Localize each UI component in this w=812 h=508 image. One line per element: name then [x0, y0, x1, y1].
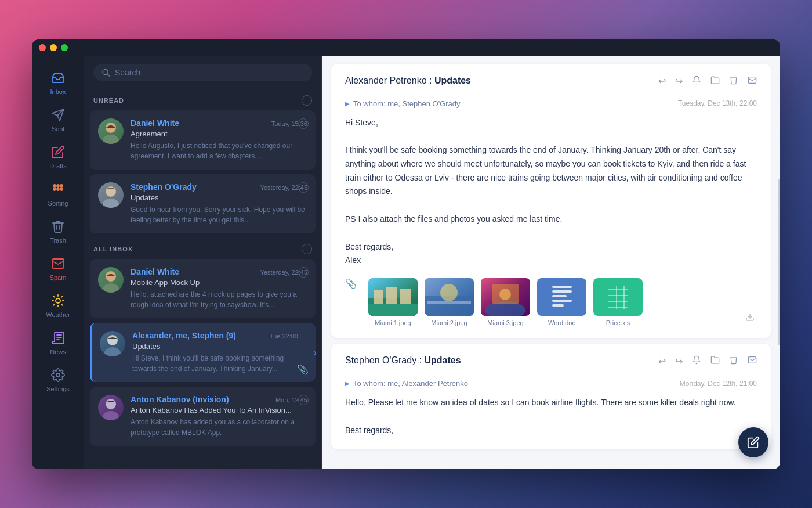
email-top-3: Daniel White Yesterday, 22:45	[130, 267, 307, 276]
forward-button[interactable]: ↪	[675, 75, 683, 87]
message-card-1: Alexander Petrenko : Updates ↩ ↪	[331, 64, 771, 338]
svg-rect-60	[604, 281, 633, 313]
delete-button[interactable]	[729, 75, 738, 87]
sidebar-item-sent[interactable]: Sent	[32, 101, 84, 138]
attachment-thumb	[537, 278, 586, 316]
compose-button[interactable]	[738, 427, 768, 457]
email-check[interactable]	[298, 267, 309, 278]
email-card-unread-1[interactable]: Daniel White Today, 15:36 Agreement Hell…	[90, 110, 316, 170]
email-card-inbox-1[interactable]: Daniel White Yesterday, 22:45 Mobile App…	[90, 259, 316, 318]
email-preview: Hi Steve, I think you'll be safe booking…	[132, 353, 298, 374]
notification-button[interactable]	[692, 75, 701, 87]
search-input[interactable]	[115, 68, 304, 77]
sidebar-item-sorting[interactable]: Sorting	[32, 175, 84, 212]
folder-button[interactable]	[710, 75, 720, 87]
minimize-button[interactable]	[50, 44, 57, 51]
inbox-icon	[50, 70, 66, 86]
svg-rect-49	[427, 301, 471, 304]
attachment-miami2[interactable]: Miami 2.jpeg	[425, 278, 474, 326]
scrollbar-thumb	[778, 179, 780, 345]
svg-point-48	[440, 284, 458, 301]
email-top-1: Daniel White Today, 15:36	[130, 118, 307, 128]
email-top-4: Alexander, me, Stephen (9) Tue 22:00	[132, 331, 298, 340]
email-check[interactable]	[298, 395, 309, 405]
search-icon	[102, 68, 110, 77]
sidebar: Inbox Sent Drafts	[32, 56, 84, 469]
search-input-wrap[interactable]	[93, 64, 312, 81]
sidebar-item-spam[interactable]: Spam	[32, 250, 84, 287]
sidebar-item-settings[interactable]: Settings	[32, 361, 84, 398]
news-icon	[50, 330, 66, 346]
email-top-2: Stephen O'Grady Yesterday, 22:45	[130, 182, 307, 192]
svg-point-2	[53, 185, 56, 187]
delete-button-2[interactable]	[729, 355, 738, 367]
word-icon	[548, 281, 577, 313]
excel-icon	[604, 281, 633, 313]
all-inbox-circle	[302, 244, 312, 254]
email-body-4: Alexander, me, Stephen (9) Tue 22:00 Upd…	[132, 331, 298, 374]
sidebar-item-trash[interactable]: Trash	[32, 212, 84, 250]
reply-button-2[interactable]: ↩	[658, 356, 666, 367]
email-check[interactable]	[298, 118, 309, 129]
email-card-inbox-2[interactable]: Alexander, me, Stephen (9) Tue 22:00 Upd…	[90, 323, 316, 382]
detail-panel: Alexander Petrenko : Updates ↩ ↪	[322, 56, 780, 469]
avatar-anton	[98, 395, 124, 420]
more-button[interactable]	[748, 75, 757, 87]
attachment-miami1[interactable]: Miami 1.jpeg	[368, 278, 418, 326]
maximize-button[interactable]	[61, 44, 68, 51]
attachment-word[interactable]: Word.doc	[537, 278, 586, 326]
attachments-row: Miami 1.jpeg	[368, 278, 643, 326]
svg-point-28	[103, 199, 119, 208]
folder-button-2[interactable]	[710, 355, 720, 367]
attachment-name: Miami 3.jpeg	[487, 319, 523, 326]
more-button-2[interactable]	[748, 355, 757, 367]
avatar-stephen	[98, 182, 124, 208]
download-button[interactable]	[745, 312, 755, 324]
weather-icon	[50, 293, 66, 309]
email-sender: Stephen O'Grady	[130, 182, 197, 192]
all-inbox-label: ALL INBOX	[93, 246, 133, 253]
sidebar-item-drafts[interactable]: Drafts	[32, 138, 84, 175]
svg-rect-58	[552, 300, 572, 302]
email-time: Tue 22:00	[270, 333, 298, 340]
sidebar-item-label: Trash	[50, 237, 66, 244]
email-body-2: Stephen O'Grady Yesterday, 22:45 Updates…	[130, 182, 307, 225]
email-card-inbox-3[interactable]: Anton Kabanov (Invision) Mon, 12:45 Anto…	[90, 387, 316, 446]
email-body-1: Daniel White Today, 15:36 Agreement Hell…	[130, 118, 307, 161]
forward-button-2[interactable]: ↪	[675, 356, 683, 367]
svg-point-31	[103, 283, 119, 293]
svg-point-4	[60, 185, 63, 187]
sidebar-item-label: Drafts	[49, 163, 66, 170]
sidebar-item-label: Sent	[52, 125, 65, 132]
email-sender: Daniel White	[130, 118, 179, 128]
miami2-img	[425, 278, 474, 316]
sidebar-item-news[interactable]: News	[32, 324, 84, 361]
avatar-img	[98, 267, 124, 293]
email-card-unread-2[interactable]: Stephen O'Grady Yesterday, 22:45 Updates…	[90, 174, 316, 233]
msg-actions-1: ↩ ↪	[658, 75, 757, 87]
attachment-miami3[interactable]: Miami 3.jpeg	[481, 278, 530, 326]
sidebar-item-weather[interactable]: Weather	[32, 287, 84, 324]
notification-button-2[interactable]	[692, 355, 701, 367]
email-subject: Mobile App Mock Up	[130, 278, 307, 287]
attachments-wrap: 📎	[345, 268, 757, 326]
unread-label: UNREAD	[93, 97, 124, 104]
attachment-thumb	[593, 278, 643, 316]
attachment-name: Miami 1.jpeg	[375, 319, 411, 326]
svg-rect-55	[552, 286, 572, 288]
close-button[interactable]	[39, 44, 46, 51]
avatar-img	[98, 395, 124, 420]
msg-body-1: Hi Steve, I think you'll be safe booking…	[345, 116, 757, 268]
avatar-alexander	[100, 331, 125, 356]
svg-point-3	[57, 185, 59, 187]
sidebar-item-inbox[interactable]: Inbox	[32, 64, 84, 101]
detail-scrollbar[interactable]	[778, 56, 780, 469]
email-check[interactable]	[298, 182, 309, 193]
avatar-img	[98, 118, 124, 144]
email-preview: Hello, attached are the 4 mock up pages …	[130, 289, 307, 310]
svg-rect-42	[374, 290, 383, 304]
attachment-thumb	[368, 278, 418, 316]
attachment-excel[interactable]: Price.xls	[593, 278, 643, 326]
reply-button[interactable]: ↩	[658, 75, 666, 87]
titlebar	[32, 39, 780, 56]
